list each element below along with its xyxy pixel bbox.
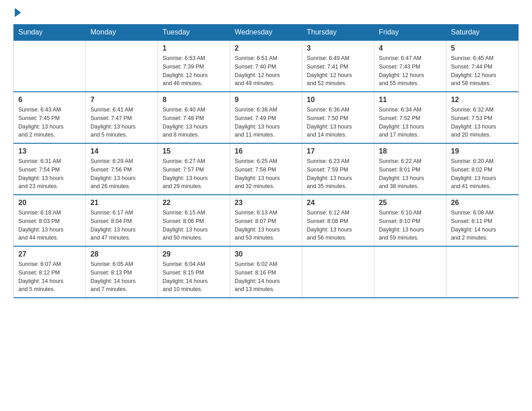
calendar-cell: 17Sunrise: 6:23 AMSunset: 7:59 PMDayligh… [302,143,374,195]
day-number: 19 [451,147,514,155]
calendar-header: SundayMondayTuesdayWednesdayThursdayFrid… [14,25,519,41]
day-info: Sunrise: 6:02 AMSunset: 8:16 PMDaylight:… [235,260,297,294]
calendar-cell [302,246,374,298]
calendar-cell: 20Sunrise: 6:18 AMSunset: 8:03 PMDayligh… [14,195,86,246]
day-number: 17 [307,147,369,155]
day-number: 24 [307,199,369,207]
calendar-table: SundayMondayTuesdayWednesdayThursdayFrid… [13,24,519,298]
calendar-cell: 8Sunrise: 6:40 AMSunset: 7:48 PMDaylight… [158,92,230,143]
day-info: Sunrise: 6:15 AMSunset: 8:06 PMDaylight:… [163,209,225,242]
day-number: 21 [90,199,153,207]
calendar-cell: 29Sunrise: 6:04 AMSunset: 8:15 PMDayligh… [158,246,230,298]
calendar-cell: 5Sunrise: 6:45 AMSunset: 7:44 PMDaylight… [446,40,519,92]
day-info: Sunrise: 6:12 AMSunset: 8:08 PMDaylight:… [307,209,369,242]
day-number: 14 [90,147,153,155]
day-number: 10 [307,96,369,104]
calendar-cell: 18Sunrise: 6:22 AMSunset: 8:01 PMDayligh… [374,143,446,195]
day-number: 30 [235,250,297,258]
logo [13,9,21,15]
day-info: Sunrise: 6:23 AMSunset: 7:59 PMDaylight:… [307,157,369,191]
day-info: Sunrise: 6:08 AMSunset: 8:11 PMDaylight:… [451,209,514,242]
day-of-week-header: Friday [374,25,446,41]
day-info: Sunrise: 6:51 AMSunset: 7:40 PMDaylight:… [235,54,297,88]
day-number: 16 [235,147,297,155]
calendar-cell: 25Sunrise: 6:10 AMSunset: 8:10 PMDayligh… [374,195,446,246]
page-header [13,9,519,15]
calendar-cell: 28Sunrise: 6:05 AMSunset: 8:13 PMDayligh… [86,246,158,298]
day-of-week-header: Thursday [302,25,374,41]
day-number: 27 [18,250,81,258]
day-info: Sunrise: 6:53 AMSunset: 7:39 PMDaylight:… [163,54,225,88]
day-info: Sunrise: 6:27 AMSunset: 7:57 PMDaylight:… [163,157,225,191]
calendar-cell: 7Sunrise: 6:41 AMSunset: 7:47 PMDaylight… [86,92,158,143]
day-info: Sunrise: 6:29 AMSunset: 7:56 PMDaylight:… [90,157,153,191]
day-number: 8 [163,96,225,104]
day-info: Sunrise: 6:34 AMSunset: 7:52 PMDaylight:… [379,106,442,139]
day-number: 13 [18,147,81,155]
calendar-cell: 10Sunrise: 6:36 AMSunset: 7:50 PMDayligh… [302,92,374,143]
calendar-cell: 16Sunrise: 6:25 AMSunset: 7:58 PMDayligh… [230,143,302,195]
day-info: Sunrise: 6:49 AMSunset: 7:41 PMDaylight:… [307,54,369,88]
day-info: Sunrise: 6:18 AMSunset: 8:03 PMDaylight:… [18,209,81,242]
day-info: Sunrise: 6:45 AMSunset: 7:44 PMDaylight:… [451,54,514,88]
day-number: 5 [451,44,514,52]
calendar-week-row: 1Sunrise: 6:53 AMSunset: 7:39 PMDaylight… [14,40,519,92]
day-info: Sunrise: 6:25 AMSunset: 7:58 PMDaylight:… [235,157,297,191]
calendar-cell [446,246,519,298]
day-number: 4 [379,44,442,52]
logo-arrow-icon [15,8,21,17]
day-info: Sunrise: 6:38 AMSunset: 7:49 PMDaylight:… [235,106,297,139]
calendar-week-row: 27Sunrise: 6:07 AMSunset: 8:12 PMDayligh… [14,246,519,298]
day-number: 3 [307,44,369,52]
calendar-cell: 3Sunrise: 6:49 AMSunset: 7:41 PMDaylight… [302,40,374,92]
day-of-week-header: Sunday [14,25,86,41]
calendar-week-row: 6Sunrise: 6:43 AMSunset: 7:45 PMDaylight… [14,92,519,143]
day-info: Sunrise: 6:22 AMSunset: 8:01 PMDaylight:… [379,157,442,191]
calendar-cell [86,40,158,92]
day-number: 12 [451,96,514,104]
calendar-cell: 2Sunrise: 6:51 AMSunset: 7:40 PMDaylight… [230,40,302,92]
day-number: 20 [18,199,81,207]
day-number: 29 [163,250,225,258]
calendar-cell: 15Sunrise: 6:27 AMSunset: 7:57 PMDayligh… [158,143,230,195]
day-info: Sunrise: 6:13 AMSunset: 8:07 PMDaylight:… [235,209,297,242]
day-number: 26 [451,199,514,207]
day-number: 23 [235,199,297,207]
calendar-week-row: 13Sunrise: 6:31 AMSunset: 7:54 PMDayligh… [14,143,519,195]
day-number: 22 [163,199,225,207]
day-number: 28 [90,250,153,258]
day-of-week-header: Monday [86,25,158,41]
day-info: Sunrise: 6:47 AMSunset: 7:43 PMDaylight:… [379,54,442,88]
calendar-cell [14,40,86,92]
day-info: Sunrise: 6:20 AMSunset: 8:02 PMDaylight:… [451,157,514,191]
day-info: Sunrise: 6:43 AMSunset: 7:45 PMDaylight:… [18,106,81,139]
day-number: 2 [235,44,297,52]
calendar-cell: 22Sunrise: 6:15 AMSunset: 8:06 PMDayligh… [158,195,230,246]
day-of-week-header: Wednesday [230,25,302,41]
day-info: Sunrise: 6:31 AMSunset: 7:54 PMDaylight:… [18,157,81,191]
calendar-cell: 13Sunrise: 6:31 AMSunset: 7:54 PMDayligh… [14,143,86,195]
calendar-cell: 11Sunrise: 6:34 AMSunset: 7:52 PMDayligh… [374,92,446,143]
calendar-cell: 6Sunrise: 6:43 AMSunset: 7:45 PMDaylight… [14,92,86,143]
day-info: Sunrise: 6:32 AMSunset: 7:53 PMDaylight:… [451,106,514,139]
day-number: 7 [90,96,153,104]
calendar-cell [374,246,446,298]
calendar-cell: 9Sunrise: 6:38 AMSunset: 7:49 PMDaylight… [230,92,302,143]
calendar-cell: 23Sunrise: 6:13 AMSunset: 8:07 PMDayligh… [230,195,302,246]
calendar-week-row: 20Sunrise: 6:18 AMSunset: 8:03 PMDayligh… [14,195,519,246]
calendar-cell: 1Sunrise: 6:53 AMSunset: 7:39 PMDaylight… [158,40,230,92]
calendar-cell: 4Sunrise: 6:47 AMSunset: 7:43 PMDaylight… [374,40,446,92]
day-of-week-header: Saturday [446,25,519,41]
calendar-body: 1Sunrise: 6:53 AMSunset: 7:39 PMDaylight… [14,40,519,298]
day-number: 6 [18,96,81,104]
day-info: Sunrise: 6:41 AMSunset: 7:47 PMDaylight:… [90,106,153,139]
days-of-week-row: SundayMondayTuesdayWednesdayThursdayFrid… [14,25,519,41]
day-of-week-header: Tuesday [158,25,230,41]
calendar-cell: 19Sunrise: 6:20 AMSunset: 8:02 PMDayligh… [446,143,519,195]
day-info: Sunrise: 6:40 AMSunset: 7:48 PMDaylight:… [163,106,225,139]
day-number: 1 [163,44,225,52]
day-info: Sunrise: 6:36 AMSunset: 7:50 PMDaylight:… [307,106,369,139]
calendar-cell: 12Sunrise: 6:32 AMSunset: 7:53 PMDayligh… [446,92,519,143]
calendar-cell: 24Sunrise: 6:12 AMSunset: 8:08 PMDayligh… [302,195,374,246]
day-number: 25 [379,199,442,207]
